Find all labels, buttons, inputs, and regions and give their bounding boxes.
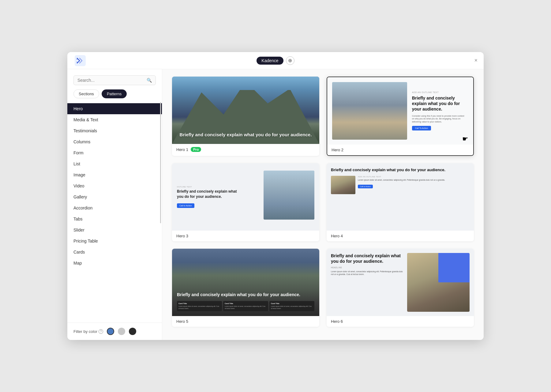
nav-item-image[interactable]: Image [67, 169, 162, 180]
hero5-card-2-body: Lorem ipsum dolor sit amet, consectetur … [225, 305, 267, 310]
hero5-background: Briefly and concisely explain what you d… [172, 249, 319, 316]
hero2-body: Consider using this if you need to provi… [412, 115, 467, 123]
scrollbar-track [160, 102, 161, 322]
tab-patterns[interactable]: Patterns [102, 89, 127, 98]
pro-badge-hero1: Pro [191, 147, 201, 152]
filter-label: Filter by color ? [73, 329, 103, 334]
title-bar: Kadence ⊕ × [67, 52, 484, 69]
hero6-body: Lorem ipsum dolor sit amet, consectetur … [331, 270, 404, 276]
tab-buttons: Sections Patterns [73, 89, 156, 98]
search-input[interactable] [77, 78, 147, 83]
hero2-layout: ADD AN OUTLINE TEXT Briefly and concisel… [327, 77, 473, 145]
hero3-image-stack [242, 168, 314, 226]
hero4-heading: Briefly and concisely explain what you d… [331, 168, 470, 173]
nav-item-media-text[interactable]: Media & Text [67, 114, 162, 125]
nav-item-columns[interactable]: Columns [67, 136, 162, 147]
kadence-badge: Kadence [257, 57, 283, 65]
card-preview-hero1: Briefly and concisely explain what you d… [172, 77, 319, 144]
hero4-cta-button[interactable]: Call to Action [358, 185, 373, 188]
hero4-body: Lorem ipsum dolor sit amet, consectetur … [358, 179, 470, 181]
hero5-card-1: Card Title Lorem ipsum dolor sit amet, c… [177, 301, 222, 311]
hero5-card-3-title: Card Title [271, 303, 313, 304]
color-swatch-dark[interactable] [129, 328, 136, 335]
nav-list: Hero Media & Text Testimonials Columns F… [67, 102, 162, 270]
hero2-subtitle: ADD AN OUTLINE TEXT [412, 91, 467, 93]
nav-item-gallery[interactable]: Gallery [67, 191, 162, 202]
card-hero3[interactable]: OUTLINE TEXT Briefly and concisely expla… [172, 163, 319, 241]
tab-sections[interactable]: Sections [73, 89, 99, 98]
card-label-text-hero4: Hero 4 [331, 234, 343, 238]
hero2-image [332, 82, 407, 140]
nav-item-hero[interactable]: Hero [67, 103, 162, 114]
hero3-cta-button[interactable]: Call to Action [177, 203, 194, 208]
hero5-cards-row: Card Title Lorem ipsum dolor sit amet, c… [177, 301, 314, 311]
close-button[interactable]: × [474, 57, 478, 64]
hero3-content: OUTLINE TEXT Briefly and concisely expla… [177, 186, 239, 208]
title-bar-center: Kadence ⊕ [257, 56, 294, 65]
color-swatch-blue[interactable] [107, 328, 114, 335]
hero3-main-image [264, 171, 314, 220]
nav-item-form[interactable]: Form [67, 147, 162, 158]
hero1-heading: Briefly and concisely explain what you d… [172, 131, 319, 138]
nav-item-map[interactable]: Map [67, 258, 162, 269]
hero2-content: ADD AN OUTLINE TEXT Briefly and concisel… [411, 82, 468, 140]
card-hero5[interactable]: Briefly and concisely explain what you d… [172, 249, 319, 327]
hero5-card-2-title: Card Title [225, 303, 267, 304]
nav-item-testimonials[interactable]: Testimonials [67, 125, 162, 136]
filter-info-icon[interactable]: ? [99, 329, 103, 334]
hero4-image [331, 176, 355, 194]
hero5-card-2: Card Title Lorem ipsum dolor sit amet, c… [223, 301, 268, 311]
color-swatch-gray[interactable] [118, 328, 125, 335]
card-grid: Briefly and concisely explain what you d… [172, 77, 474, 327]
nav-item-pricing-table[interactable]: Pricing Table [67, 236, 162, 247]
hero4-text-block: ADD AN OUTLINE TEXT Lorem ipsum dolor si… [358, 176, 470, 188]
card-label-text-hero6: Hero 6 [331, 319, 343, 324]
hero6-heading: Briefly and concisely explain what you d… [331, 253, 404, 264]
card-hero4[interactable]: Briefly and concisely explain what you d… [327, 163, 474, 241]
hero6-image [407, 253, 470, 312]
nav-item-video[interactable]: Video [67, 180, 162, 191]
card-preview-hero5: Briefly and concisely explain what you d… [172, 249, 319, 316]
nav-item-slider[interactable]: Slider [67, 224, 162, 236]
svg-rect-0 [75, 55, 86, 66]
hero2-cta-button[interactable]: Call To Action [412, 126, 431, 130]
card-preview-hero2: ADD AN OUTLINE TEXT Briefly and concisel… [327, 77, 473, 145]
hero6-content: Briefly and concisely explain what you d… [331, 253, 404, 312]
hero2-heading: Briefly and concisely explain what you d… [412, 95, 467, 112]
hero5-card-1-title: Card Title [178, 303, 220, 304]
main-content: 🔍 Sections Patterns Hero Media & Text Te… [67, 69, 484, 340]
search-icon: 🔍 [147, 78, 152, 83]
nav-item-tabs[interactable]: Tabs [67, 213, 162, 224]
nav-item-cards[interactable]: Cards [67, 247, 162, 258]
hero5-card-1-body: Lorem ipsum dolor sit amet, consectetur … [178, 305, 220, 310]
card-hero2[interactable]: ADD AN OUTLINE TEXT Briefly and concisel… [327, 77, 474, 156]
hero5-card-3: Card Title Lorem ipsum dolor sit amet, c… [269, 301, 314, 311]
card-preview-hero3: OUTLINE TEXT Briefly and concisely expla… [172, 163, 319, 231]
filter-section: Filter by color ? [67, 322, 162, 340]
scrollbar-thumb[interactable] [160, 102, 161, 223]
hero6-overlay [438, 253, 470, 282]
card-label-text-hero3: Hero 3 [176, 234, 188, 238]
hero4-bottom: ADD AN OUTLINE TEXT Lorem ipsum dolor si… [331, 176, 470, 194]
card-hero1[interactable]: Briefly and concisely explain what you d… [172, 77, 319, 156]
hero4-layout: Briefly and concisely explain what you d… [327, 163, 474, 231]
sidebar-top: 🔍 Sections Patterns [67, 69, 162, 102]
app-window: Kadence ⊕ × 🔍 Sections Patterns Hero Me [67, 52, 484, 340]
card-label-hero3: Hero 3 [172, 231, 319, 241]
hero5-card-3-body: Lorem ipsum dolor sit amet, consectetur … [271, 305, 313, 310]
add-button[interactable]: ⊕ [286, 56, 294, 65]
filter-label-text: Filter by color [73, 329, 97, 334]
hero6-layout: Briefly and concisely explain what you d… [327, 249, 474, 316]
card-hero6[interactable]: Briefly and concisely explain what you d… [327, 249, 474, 327]
card-label-hero6: Hero 6 [327, 316, 474, 327]
nav-item-list[interactable]: List [67, 158, 162, 169]
content-area: Briefly and concisely explain what you d… [162, 69, 484, 340]
card-preview-hero6: Briefly and concisely explain what you d… [327, 249, 474, 316]
logo [75, 55, 86, 66]
hero4-subtitle: ADD AN OUTLINE TEXT [358, 176, 470, 178]
search-box[interactable]: 🔍 [73, 75, 156, 85]
sidebar-nav-wrapper: Hero Media & Text Testimonials Columns F… [67, 102, 162, 322]
hero6-subtitle: HEADLINE [331, 266, 404, 269]
nav-item-accordion[interactable]: Accordion [67, 202, 162, 213]
card-label-text-hero5: Hero 5 [176, 319, 188, 324]
